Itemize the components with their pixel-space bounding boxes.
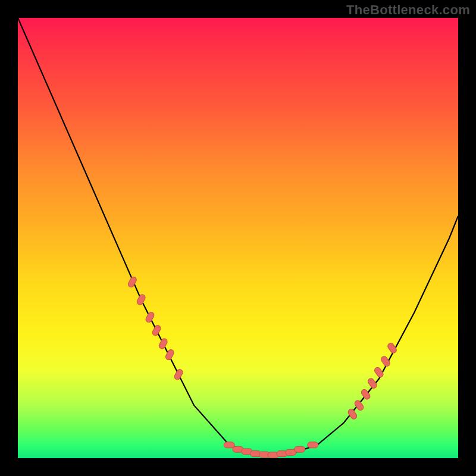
- data-marker: [158, 337, 168, 350]
- data-marker: [224, 442, 234, 448]
- data-marker: [145, 311, 155, 324]
- data-marker: [387, 342, 398, 354]
- attribution-label: TheBottleneck.com: [346, 2, 470, 18]
- markers-left-cluster: [127, 276, 184, 381]
- chart-svg: [18, 18, 458, 458]
- bottleneck-curve: [18, 18, 458, 456]
- data-marker: [173, 368, 183, 381]
- data-marker: [136, 293, 146, 306]
- data-marker: [353, 399, 365, 411]
- data-marker: [380, 355, 392, 367]
- markers-bottom-cluster: [224, 442, 318, 458]
- data-marker: [295, 446, 305, 452]
- chart-frame: TheBottleneck.com: [0, 0, 476, 476]
- data-marker: [374, 366, 385, 378]
- plot-area: [18, 18, 458, 458]
- data-marker: [367, 377, 378, 389]
- data-marker: [347, 408, 358, 420]
- data-marker: [308, 442, 318, 448]
- data-marker: [151, 324, 161, 337]
